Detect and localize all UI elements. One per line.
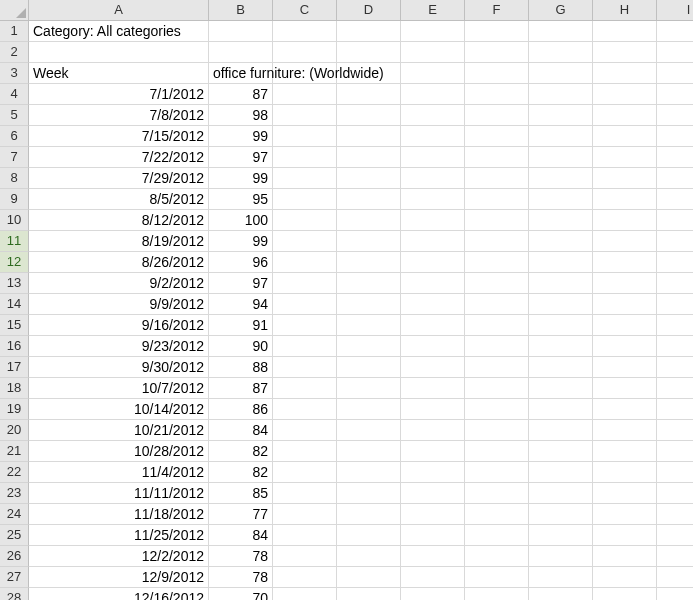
cell-F10[interactable] bbox=[465, 210, 529, 231]
cell-F6[interactable] bbox=[465, 126, 529, 147]
cell-I20[interactable] bbox=[657, 420, 693, 441]
cell-E24[interactable] bbox=[401, 504, 465, 525]
cell-I13[interactable] bbox=[657, 273, 693, 294]
cell-E2[interactable] bbox=[401, 42, 465, 63]
cell-C9[interactable] bbox=[273, 189, 337, 210]
cell-E11[interactable] bbox=[401, 231, 465, 252]
cell-I14[interactable] bbox=[657, 294, 693, 315]
cell-F7[interactable] bbox=[465, 147, 529, 168]
cell-C13[interactable] bbox=[273, 273, 337, 294]
cell-B17[interactable]: 88 bbox=[209, 357, 273, 378]
cell-D7[interactable] bbox=[337, 147, 401, 168]
row-header-27[interactable]: 27 bbox=[0, 567, 29, 588]
cell-E4[interactable] bbox=[401, 84, 465, 105]
cell-F21[interactable] bbox=[465, 441, 529, 462]
cell-A6[interactable]: 7/15/2012 bbox=[29, 126, 209, 147]
cell-D4[interactable] bbox=[337, 84, 401, 105]
cell-E3[interactable] bbox=[401, 63, 465, 84]
cell-D8[interactable] bbox=[337, 168, 401, 189]
cell-A14[interactable]: 9/9/2012 bbox=[29, 294, 209, 315]
cell-E15[interactable] bbox=[401, 315, 465, 336]
cell-B22[interactable]: 82 bbox=[209, 462, 273, 483]
cell-A20[interactable]: 10/21/2012 bbox=[29, 420, 209, 441]
column-header-D[interactable]: D bbox=[337, 0, 401, 21]
cell-G16[interactable] bbox=[529, 336, 593, 357]
column-header-I[interactable]: I bbox=[657, 0, 693, 21]
cell-I17[interactable] bbox=[657, 357, 693, 378]
cell-D16[interactable] bbox=[337, 336, 401, 357]
cell-G4[interactable] bbox=[529, 84, 593, 105]
cell-G7[interactable] bbox=[529, 147, 593, 168]
cell-G17[interactable] bbox=[529, 357, 593, 378]
cell-B19[interactable]: 86 bbox=[209, 399, 273, 420]
cell-B15[interactable]: 91 bbox=[209, 315, 273, 336]
cell-F27[interactable] bbox=[465, 567, 529, 588]
cell-B16[interactable]: 90 bbox=[209, 336, 273, 357]
cell-C17[interactable] bbox=[273, 357, 337, 378]
row-header-16[interactable]: 16 bbox=[0, 336, 29, 357]
cell-I26[interactable] bbox=[657, 546, 693, 567]
cell-F23[interactable] bbox=[465, 483, 529, 504]
cell-H20[interactable] bbox=[593, 420, 657, 441]
cell-A13[interactable]: 9/2/2012 bbox=[29, 273, 209, 294]
cell-A11[interactable]: 8/19/2012 bbox=[29, 231, 209, 252]
cell-E14[interactable] bbox=[401, 294, 465, 315]
cell-B25[interactable]: 84 bbox=[209, 525, 273, 546]
cell-C19[interactable] bbox=[273, 399, 337, 420]
cell-I24[interactable] bbox=[657, 504, 693, 525]
cell-A27[interactable]: 12/9/2012 bbox=[29, 567, 209, 588]
column-header-C[interactable]: C bbox=[273, 0, 337, 21]
cell-A24[interactable]: 11/18/2012 bbox=[29, 504, 209, 525]
cell-A17[interactable]: 9/30/2012 bbox=[29, 357, 209, 378]
cell-E26[interactable] bbox=[401, 546, 465, 567]
cell-D23[interactable] bbox=[337, 483, 401, 504]
cell-E27[interactable] bbox=[401, 567, 465, 588]
cell-D14[interactable] bbox=[337, 294, 401, 315]
cell-H2[interactable] bbox=[593, 42, 657, 63]
cell-C14[interactable] bbox=[273, 294, 337, 315]
cell-B12[interactable]: 96 bbox=[209, 252, 273, 273]
cell-H28[interactable] bbox=[593, 588, 657, 600]
cell-D10[interactable] bbox=[337, 210, 401, 231]
cell-A4[interactable]: 7/1/2012 bbox=[29, 84, 209, 105]
cell-I7[interactable] bbox=[657, 147, 693, 168]
row-header-12[interactable]: 12 bbox=[0, 252, 29, 273]
cell-H8[interactable] bbox=[593, 168, 657, 189]
cell-C24[interactable] bbox=[273, 504, 337, 525]
cell-F19[interactable] bbox=[465, 399, 529, 420]
cell-C12[interactable] bbox=[273, 252, 337, 273]
cell-H11[interactable] bbox=[593, 231, 657, 252]
cell-F4[interactable] bbox=[465, 84, 529, 105]
cell-E1[interactable] bbox=[401, 21, 465, 42]
select-all-corner[interactable] bbox=[0, 0, 29, 21]
cell-F16[interactable] bbox=[465, 336, 529, 357]
cell-B7[interactable]: 97 bbox=[209, 147, 273, 168]
cell-G14[interactable] bbox=[529, 294, 593, 315]
cell-F22[interactable] bbox=[465, 462, 529, 483]
cell-G25[interactable] bbox=[529, 525, 593, 546]
cell-E8[interactable] bbox=[401, 168, 465, 189]
cell-I6[interactable] bbox=[657, 126, 693, 147]
row-header-8[interactable]: 8 bbox=[0, 168, 29, 189]
cell-A15[interactable]: 9/16/2012 bbox=[29, 315, 209, 336]
cell-H27[interactable] bbox=[593, 567, 657, 588]
cell-H24[interactable] bbox=[593, 504, 657, 525]
cell-E13[interactable] bbox=[401, 273, 465, 294]
cell-G6[interactable] bbox=[529, 126, 593, 147]
spreadsheet-grid[interactable]: ABCDEFGHI1Category: All categories23Week… bbox=[0, 0, 693, 600]
cell-D26[interactable] bbox=[337, 546, 401, 567]
cell-E16[interactable] bbox=[401, 336, 465, 357]
column-header-F[interactable]: F bbox=[465, 0, 529, 21]
cell-G11[interactable] bbox=[529, 231, 593, 252]
cell-G23[interactable] bbox=[529, 483, 593, 504]
column-header-B[interactable]: B bbox=[209, 0, 273, 21]
cell-B8[interactable]: 99 bbox=[209, 168, 273, 189]
cell-G1[interactable] bbox=[529, 21, 593, 42]
cell-I9[interactable] bbox=[657, 189, 693, 210]
cell-F20[interactable] bbox=[465, 420, 529, 441]
cell-A19[interactable]: 10/14/2012 bbox=[29, 399, 209, 420]
cell-H7[interactable] bbox=[593, 147, 657, 168]
cell-F24[interactable] bbox=[465, 504, 529, 525]
cell-F17[interactable] bbox=[465, 357, 529, 378]
cell-D22[interactable] bbox=[337, 462, 401, 483]
